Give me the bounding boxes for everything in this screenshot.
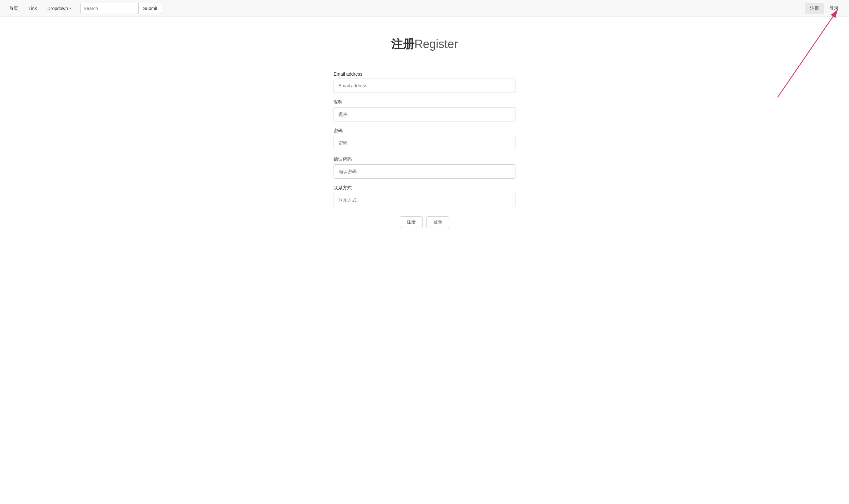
register-form: Email address 昵称 密码 确认密码 联系方式 bbox=[333, 71, 516, 228]
page-title: 注册Register bbox=[333, 36, 516, 52]
form-container: 注册Register Email address 昵称 密码 确认密码 bbox=[333, 36, 516, 228]
form-actions: 注册 登录 bbox=[333, 216, 516, 228]
nav-dropdown[interactable]: Dropdown ▾ bbox=[43, 3, 75, 14]
search-form: Submit bbox=[80, 3, 162, 14]
main-content: 注册Register Email address 昵称 密码 确认密码 bbox=[0, 17, 849, 248]
nickname-group: 昵称 bbox=[333, 100, 516, 122]
navbar: 首页 Link Dropdown ▾ Submit 注册 登录 bbox=[0, 0, 849, 17]
form-login-button[interactable]: 登录 bbox=[427, 216, 449, 228]
nav-link[interactable]: Link bbox=[25, 3, 41, 14]
contact-input[interactable] bbox=[333, 193, 516, 207]
email-label: Email address bbox=[333, 71, 516, 77]
confirm-password-input[interactable] bbox=[333, 164, 516, 179]
contact-group: 联系方式 bbox=[333, 185, 516, 207]
svg-line-1 bbox=[778, 10, 838, 97]
confirm-password-label: 确认密码 bbox=[333, 157, 516, 162]
password-group: 密码 bbox=[333, 128, 516, 150]
password-input[interactable] bbox=[333, 136, 516, 150]
password-label: 密码 bbox=[333, 128, 516, 134]
form-divider bbox=[333, 62, 516, 62]
nickname-input[interactable] bbox=[333, 107, 516, 122]
search-input[interactable] bbox=[80, 3, 139, 14]
page-title-en: Register bbox=[414, 37, 458, 51]
navbar-right: 注册 登录 bbox=[805, 3, 844, 14]
navbar-register-button[interactable]: 注册 bbox=[805, 3, 824, 14]
page-title-cn: 注册 bbox=[391, 37, 414, 51]
nickname-label: 昵称 bbox=[333, 100, 516, 105]
search-submit-button[interactable]: Submit bbox=[139, 3, 162, 14]
contact-label: 联系方式 bbox=[333, 185, 516, 191]
confirm-password-group: 确认密码 bbox=[333, 157, 516, 179]
nav-home[interactable]: 首页 bbox=[5, 3, 22, 14]
email-input[interactable] bbox=[333, 78, 516, 93]
chevron-down-icon: ▾ bbox=[70, 6, 71, 10]
nav-dropdown-label: Dropdown bbox=[48, 6, 68, 11]
email-group: Email address bbox=[333, 71, 516, 93]
navbar-login-button[interactable]: 登录 bbox=[824, 3, 844, 14]
navbar-left: 首页 Link Dropdown ▾ Submit bbox=[5, 3, 805, 14]
form-register-button[interactable]: 注册 bbox=[400, 216, 422, 228]
